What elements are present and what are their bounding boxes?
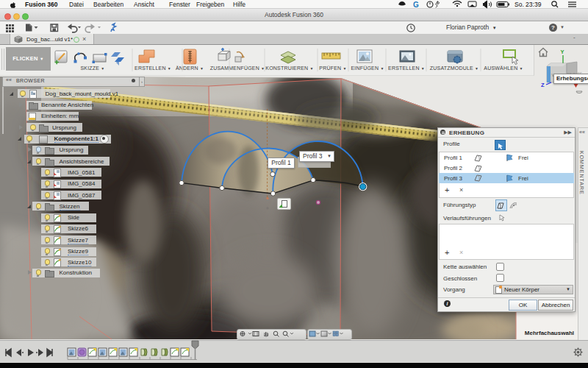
svg-text:Y: Y bbox=[561, 49, 564, 55]
svg-text:Z: Z bbox=[541, 82, 545, 88]
svg-text:G: G bbox=[413, 1, 419, 9]
